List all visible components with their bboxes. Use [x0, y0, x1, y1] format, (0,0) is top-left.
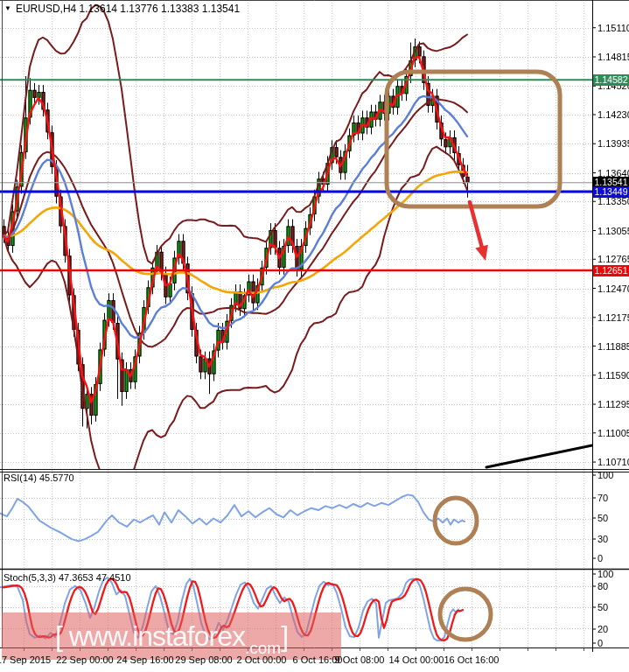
price-tick-label: 1.14230 [598, 109, 629, 120]
price-tick-label: 1.10710 [598, 457, 629, 467]
price-tick-label: 1.12765 [598, 254, 629, 264]
rsi-scale-label: 70 [598, 493, 608, 503]
time-tick-label: 14 Oct 00:00 [389, 654, 444, 665]
watermark-text-open: [ www.instaforex [55, 622, 245, 650]
stoch-scale-label: 50 [598, 602, 608, 612]
stoch-scale-label: 0 [598, 638, 603, 648]
price-tick-label: 1.11295 [598, 399, 629, 410]
symbol-dropdown-icon[interactable]: ▼ [4, 4, 11, 12]
time-tick-label: 17 Sep 2015 [0, 654, 51, 665]
price-tick-label: 1.11885 [598, 341, 629, 352]
price-tick-label: 1.12470 [598, 284, 629, 294]
time-tick-label: 9 Oct 08:00 [335, 654, 385, 665]
chart-canvas[interactable] [0, 0, 629, 672]
stoch-scale-label: 80 [598, 581, 608, 592]
rsi-scale-label: 100 [598, 470, 613, 480]
time-tick-label: 29 Sep 08:00 [175, 654, 232, 665]
stoch-scale-label: 100 [598, 569, 613, 579]
price-highlight-label: 1.12651 [593, 265, 629, 276]
price-tick-label: 1.13350 [598, 196, 629, 206]
watermark-text-close: ] [281, 622, 288, 650]
symbol-ohlc-label: EURUSD,H4 1.13614 1.13776 1.13383 1.1354… [16, 3, 240, 15]
time-tick-label: 2 Oct 00:00 [237, 654, 287, 665]
stoch-indicator-label: Stoch(5,3,3) 47.3653 47.4510 [3, 572, 131, 583]
price-tick-label: 1.15110 [598, 23, 629, 33]
rsi-scale-label: 30 [598, 534, 608, 544]
price-tick-label: 1.12175 [598, 312, 629, 323]
rsi-indicator-label: RSI(14) 45.5770 [3, 472, 74, 483]
time-tick-label: 16 Oct 16:00 [444, 654, 500, 665]
time-tick-label: 22 Sep 00:00 [56, 654, 113, 665]
price-tick-label: 1.11005 [598, 428, 629, 438]
time-tick-label: 24 Sep 16:00 [116, 654, 173, 665]
stoch-scale-label: 20 [598, 624, 608, 634]
price-tick-label: 1.13935 [598, 138, 629, 149]
rsi-scale-label: 50 [598, 513, 608, 523]
chart-title-bar: ▼EURUSD,H4 1.13614 1.13776 1.13383 1.135… [4, 3, 240, 15]
mt4-chart-window: ▼EURUSD,H4 1.13614 1.13776 1.13383 1.135… [0, 0, 629, 672]
price-highlight-label: 1.13449 [593, 186, 629, 198]
price-tick-label: 1.11590 [598, 370, 629, 381]
instaforex-watermark: [ www.instaforex.com ] [2, 612, 341, 660]
price-tick-label: 1.14815 [598, 52, 629, 62]
price-tick-label: 1.13055 [598, 226, 629, 236]
rsi-scale-label: 0 [598, 553, 603, 564]
price-highlight-label: 1.14582 [593, 74, 629, 86]
